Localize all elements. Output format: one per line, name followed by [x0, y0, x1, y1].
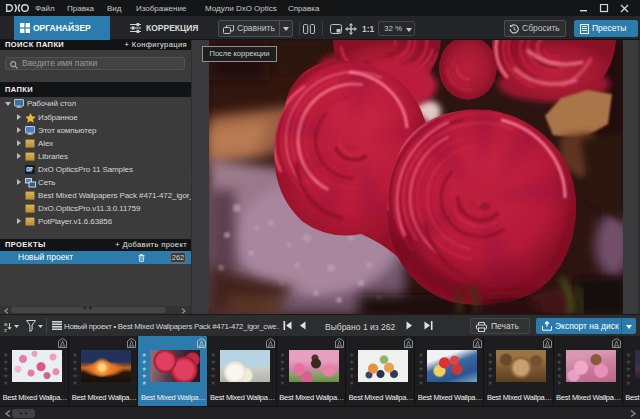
svg-text:OP: OP: [27, 167, 33, 172]
svg-text:z: z: [4, 327, 7, 333]
